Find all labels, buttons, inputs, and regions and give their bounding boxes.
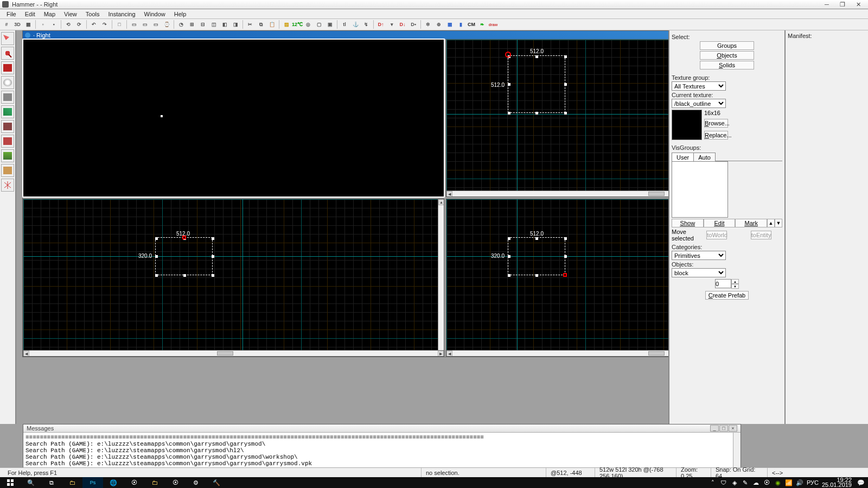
block-tool[interactable] xyxy=(1,91,14,104)
selection-box[interactable] xyxy=(508,237,565,275)
explorer-icon[interactable]: 🗀 xyxy=(62,477,82,488)
notifications-icon[interactable]: 💬 xyxy=(857,479,865,486)
messages-titlebar[interactable]: Messages _ □ × xyxy=(23,424,741,433)
msg-max-button[interactable]: □ xyxy=(719,425,728,432)
leaf-icon[interactable]: ❧ xyxy=(477,20,487,29)
dt1-icon[interactable]: D↑ xyxy=(376,20,386,29)
select-solids-button[interactable]: Solids xyxy=(700,61,754,69)
folder-icon[interactable]: 🗀 xyxy=(144,477,165,488)
create-prefab-button[interactable]: Create Prefab xyxy=(705,291,749,300)
browse-button[interactable]: Browse... xyxy=(704,119,728,128)
discord-icon[interactable]: ◈ xyxy=(731,479,738,486)
undo-icon[interactable]: ↶ xyxy=(89,20,99,29)
gridinc-icon[interactable]: ▪ xyxy=(49,20,59,29)
viewport-front[interactable]: 512.0 320.0 ▲ ◀▶ xyxy=(23,199,444,357)
msg-close-button[interactable]: × xyxy=(729,425,737,432)
texture-tool[interactable] xyxy=(1,105,14,118)
grid3d-icon[interactable]: 3D xyxy=(12,20,22,29)
clip-tool[interactable] xyxy=(1,164,14,177)
taskview-button[interactable]: ⧉ xyxy=(41,477,62,488)
bounds-icon[interactable]: ▣ xyxy=(325,20,335,29)
radius-icon[interactable]: 12℃ xyxy=(292,20,302,29)
cloud-icon[interactable]: ☁ xyxy=(752,479,760,486)
network-icon[interactable]: 📶 xyxy=(785,479,793,486)
volume-icon[interactable]: 🔊 xyxy=(796,479,803,486)
path-icon[interactable]: ↯ xyxy=(361,20,371,29)
vertex-tool[interactable] xyxy=(1,179,14,192)
start-button[interactable] xyxy=(0,477,21,488)
lang-indicator[interactable]: РУС xyxy=(807,479,819,486)
texgroup-select[interactable]: All Textures xyxy=(672,81,726,91)
compile-icon[interactable]: ✲ xyxy=(423,20,433,29)
shield-icon[interactable]: 🛡 xyxy=(720,479,727,486)
objects-select[interactable]: block xyxy=(672,268,726,277)
faces-down[interactable]: ▼ xyxy=(731,284,739,289)
anchor-icon[interactable]: ⚓ xyxy=(350,20,360,29)
viewport-camera[interactable] xyxy=(23,39,444,197)
units-icon[interactable]: ◎ xyxy=(303,20,313,29)
select-groups-button[interactable]: Groups xyxy=(700,41,754,50)
new-icon[interactable]: □ xyxy=(114,20,124,29)
decal-tool[interactable] xyxy=(1,135,14,148)
select-objects-button[interactable]: Objects xyxy=(700,51,754,60)
close-button[interactable]: ✕ xyxy=(851,1,866,8)
photoshop-icon[interactable]: Ps xyxy=(82,477,103,488)
cube-icon[interactable]: ▦ xyxy=(445,20,455,29)
tie-icon[interactable]: ◧ xyxy=(220,20,229,29)
rotate-handle[interactable] xyxy=(563,273,567,277)
tab-auto[interactable]: Auto xyxy=(693,153,716,161)
scrollbar-v[interactable]: ▲ xyxy=(438,199,444,350)
apply-tool[interactable] xyxy=(1,120,14,133)
minimize-button[interactable]: ─ xyxy=(819,1,834,8)
menu-view[interactable]: View xyxy=(60,10,81,18)
search-button[interactable]: 🔍 xyxy=(21,477,41,488)
curtex-select[interactable]: /black_outline xyxy=(672,99,726,108)
camera-tool[interactable] xyxy=(1,61,14,74)
up-button[interactable]: ▲ xyxy=(767,219,775,227)
selection-box[interactable] xyxy=(155,237,213,275)
doc1-icon[interactable]: ▭ xyxy=(129,20,139,29)
mark-button[interactable]: Mark xyxy=(735,219,767,227)
tray-up-icon[interactable]: ˄ xyxy=(709,479,717,486)
gridsmall-icon[interactable]: ▦ xyxy=(23,20,33,29)
chrome-icon[interactable]: 🌐 xyxy=(103,477,124,488)
tray-app-icon[interactable]: ✎ xyxy=(742,479,749,486)
group-icon[interactable]: ⊞ xyxy=(187,20,197,29)
untie-icon[interactable]: ◨ xyxy=(231,20,240,29)
selection-box[interactable] xyxy=(508,55,565,113)
replace-button[interactable]: Replace... xyxy=(704,131,728,140)
nvidia-icon[interactable]: ◉ xyxy=(774,479,782,486)
menu-help[interactable]: Help xyxy=(170,10,191,18)
paste-icon[interactable]: 📋 xyxy=(267,20,277,29)
menu-file[interactable]: File xyxy=(2,10,21,18)
flag-icon[interactable]: ▮ xyxy=(456,20,465,29)
rotate-handle[interactable] xyxy=(505,52,511,58)
doc2-icon[interactable]: ▭ xyxy=(140,20,150,29)
menu-edit[interactable]: Edit xyxy=(21,10,40,18)
menu-map[interactable]: Map xyxy=(40,10,60,18)
app1-icon[interactable]: ⚙ xyxy=(186,477,206,488)
visgroups-list[interactable] xyxy=(672,161,728,218)
steam2-icon[interactable]: ⦿ xyxy=(165,477,186,488)
clock[interactable]: 19:2225.01.2019 xyxy=(822,478,854,487)
steam-tray-icon[interactable]: ⦿ xyxy=(763,479,771,486)
selection-tool[interactable] xyxy=(1,32,14,45)
down-button[interactable]: ▼ xyxy=(775,219,782,227)
carve-icon[interactable]: ◔ xyxy=(176,20,186,29)
recent-icon[interactable]: ⌚ xyxy=(162,20,171,29)
categories-select[interactable]: Primitives xyxy=(672,251,726,260)
select-icon[interactable]: ▢ xyxy=(314,20,324,29)
rotate-handle[interactable] xyxy=(182,236,186,239)
hollow-icon[interactable]: ◫ xyxy=(209,20,219,29)
dt2-icon[interactable]: ▾ xyxy=(387,20,397,29)
restore-button[interactable]: ❐ xyxy=(835,1,850,8)
show-button[interactable]: Show xyxy=(672,219,704,227)
menu-window[interactable]: Window xyxy=(140,10,170,18)
tab-user[interactable]: User xyxy=(672,153,694,161)
griddec-icon[interactable]: ▫ xyxy=(38,20,48,29)
entity-tool[interactable] xyxy=(1,76,14,89)
load-icon[interactable]: ⟲ xyxy=(63,20,73,29)
msg-min-button[interactable]: _ xyxy=(710,425,719,432)
save-icon[interactable]: ⟳ xyxy=(74,20,84,29)
cut-icon[interactable]: ✂ xyxy=(245,20,255,29)
